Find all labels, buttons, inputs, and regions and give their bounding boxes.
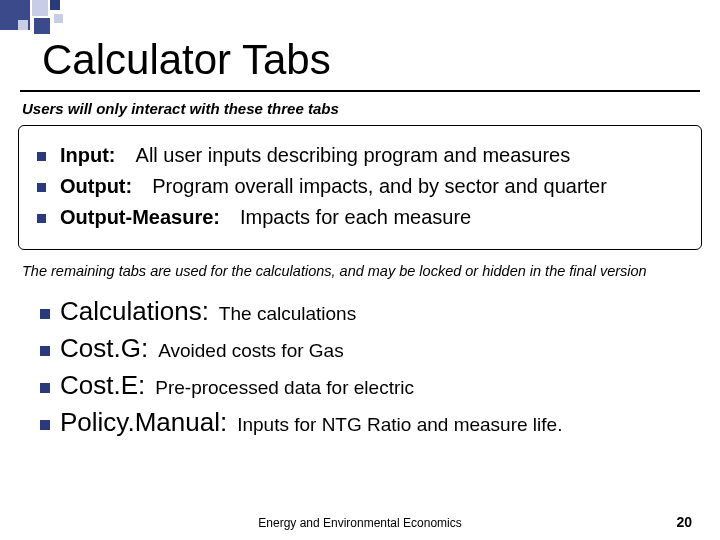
intro-interactive: Users will only interact with these thre… xyxy=(0,100,720,121)
page-number: 20 xyxy=(676,514,692,530)
tab-name: Cost.G: xyxy=(60,333,148,364)
hidden-tabs-list: Calculations: The calculations Cost.G: A… xyxy=(0,296,720,438)
tab-desc: Program overall impacts, and by sector a… xyxy=(152,175,607,197)
list-item: Cost.E: Pre-processed data for electric xyxy=(40,370,698,401)
intro-hidden: The remaining tabs are used for the calc… xyxy=(0,260,720,290)
tab-name: Cost.E: xyxy=(60,370,145,401)
list-item: Policy.Manual: Inputs for NTG Ratio and … xyxy=(40,407,698,438)
square-bullet-icon xyxy=(40,346,50,356)
footer-text: Energy and Environmental Economics xyxy=(0,516,720,530)
tab-name: Output: xyxy=(60,175,132,197)
title-rule xyxy=(20,90,700,92)
list-item: Calculations: The calculations xyxy=(40,296,698,327)
tab-name: Calculations: xyxy=(60,296,209,327)
tab-desc: Impacts for each measure xyxy=(240,206,471,228)
list-item: Input: All user inputs describing progra… xyxy=(33,144,687,167)
square-bullet-icon xyxy=(37,214,46,223)
tab-name: Output-Measure: xyxy=(60,206,220,228)
tab-desc: All user inputs describing program and m… xyxy=(136,144,571,166)
list-item: Cost.G: Avoided costs for Gas xyxy=(40,333,698,364)
tab-desc: Inputs for NTG Ratio and measure life. xyxy=(237,414,562,436)
interactive-tabs-box: Input: All user inputs describing progra… xyxy=(18,125,702,250)
square-bullet-icon xyxy=(37,152,46,161)
list-item: Output-Measure: Impacts for each measure xyxy=(33,206,687,229)
tab-desc: The calculations xyxy=(219,303,356,325)
list-item: Output: Program overall impacts, and by … xyxy=(33,175,687,198)
tab-name: Policy.Manual: xyxy=(60,407,227,438)
square-bullet-icon xyxy=(40,420,50,430)
tab-desc: Pre-processed data for electric xyxy=(155,377,414,399)
corner-decoration xyxy=(0,0,160,40)
tab-desc: Avoided costs for Gas xyxy=(158,340,344,362)
square-bullet-icon xyxy=(40,383,50,393)
tab-name: Input: xyxy=(60,144,116,166)
tab-desc xyxy=(120,144,131,166)
square-bullet-icon xyxy=(37,183,46,192)
square-bullet-icon xyxy=(40,309,50,319)
